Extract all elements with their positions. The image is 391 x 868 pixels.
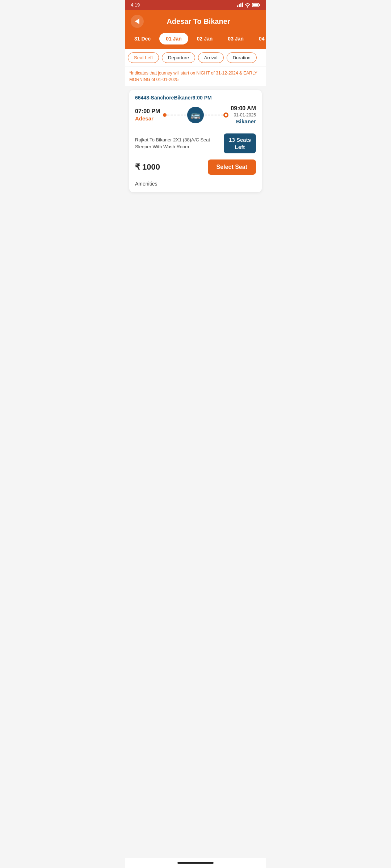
date-tab-02jan[interactable]: 02 Jan [190,33,219,44]
card-header: 66448-SanchoreBikaner9:00 PM [129,90,262,104]
status-bar: 4:19 [125,0,266,10]
status-time: 4:19 [131,2,140,8]
svg-rect-6 [253,4,258,6]
svg-rect-0 [237,5,238,7]
route-timeline: 🚌 [163,107,228,123]
bus-cards-list: 66448-SanchoreBikaner9:00 PM 07:00 PM Ad… [125,86,266,196]
app-header: Adesar To Bikaner [125,10,266,33]
amenities-label[interactable]: Amenities [135,181,157,187]
back-button[interactable] [131,15,144,28]
seats-left-badge: 13 Seats Left [224,133,256,153]
wifi-icon [244,3,251,8]
dashed-line-right [205,115,223,115]
departure-time: 07:00 PM [135,108,160,115]
bottom-space [125,196,266,218]
svg-rect-3 [242,3,243,7]
page-title: Adesar To Bikaner [150,17,247,26]
ticket-price: ₹ 1000 [135,162,160,172]
filter-tab-departure[interactable]: Departure [162,52,195,63]
bus-route-name: 66448-SanchoreBikaner9:00 PM [135,95,212,101]
select-seat-button[interactable]: Select Seat [208,159,256,175]
date-tab-04jan[interactable]: 04 J [252,33,266,44]
departure-place: Adesar [135,115,160,122]
date-tabs-container: 31 Dec 01 Jan 02 Jan 03 Jan 04 J [125,33,266,49]
date-tab-01jan[interactable]: 01 Jan [159,33,188,44]
price-select-row: ₹ 1000 Select Seat [129,158,262,180]
filter-tab-seat-left[interactable]: Seat Left [128,52,159,63]
dashed-line-left [167,115,186,115]
nav-bar [125,858,266,868]
status-icons [237,3,260,8]
bus-icon: 🚌 [187,107,204,123]
bus-type-label: Rajkot To Bikaner 2X1 (38)A/C Seat Sleep… [135,137,224,150]
date-tab-03jan[interactable]: 03 Jan [221,33,250,44]
bus-details-row: Rajkot To Bikaner 2X1 (38)A/C Seat Sleep… [129,129,262,158]
amenities-row: Amenities [129,180,262,192]
svg-rect-1 [239,4,240,7]
signal-icon [237,3,243,7]
departure-info: 07:00 PM Adesar [135,108,160,122]
seats-left-line2: Left [229,144,251,151]
journey-timeline: 07:00 PM Adesar 🚌 09:00 AM 01-01-2025 Bi… [129,104,262,129]
info-text: *Indicates that journey will start on NI… [125,67,266,86]
filter-tabs-container: Seat Left Departure Arrival Duration [125,49,266,67]
bus-card: 66448-SanchoreBikaner9:00 PM 07:00 PM Ad… [129,90,262,192]
filter-tab-duration[interactable]: Duration [227,52,257,63]
svg-rect-5 [259,4,260,6]
seats-left-line1: 13 Seats [229,136,251,144]
filter-tab-arrival[interactable]: Arrival [198,52,224,63]
date-tab-31dec[interactable]: 31 Dec [128,33,157,44]
arrival-dot [224,113,228,117]
nav-indicator [177,862,214,864]
arrival-place: Bikaner [231,118,256,124]
arrival-info: 09:00 AM 01-01-2025 Bikaner [231,105,256,124]
back-arrow-icon [135,18,139,24]
battery-icon [252,3,260,7]
arrival-date: 01-01-2025 [231,112,256,118]
arrival-time: 09:00 AM [231,105,256,112]
departure-dot [163,113,167,117]
svg-rect-2 [240,3,241,7]
